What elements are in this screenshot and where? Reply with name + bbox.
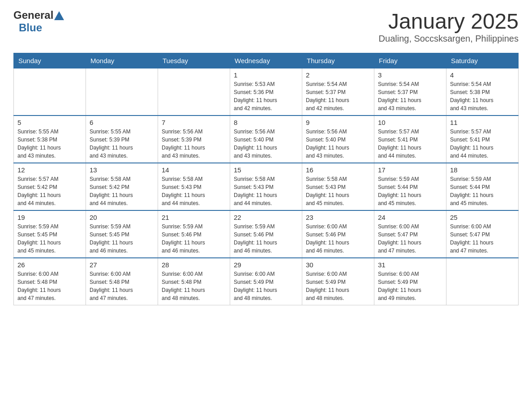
day-number: 16 — [306, 166, 370, 174]
day-number: 13 — [90, 166, 154, 174]
calendar-cell: 22Sunrise: 5:59 AMSunset: 5:46 PMDayligh… — [230, 210, 302, 258]
calendar-cell: 18Sunrise: 5:59 AMSunset: 5:44 PMDayligh… — [446, 163, 519, 210]
day-info: Sunrise: 6:00 AMSunset: 5:47 PMDaylight:… — [450, 223, 515, 255]
day-info: Sunrise: 5:59 AMSunset: 5:44 PMDaylight:… — [378, 175, 442, 207]
day-number: 25 — [450, 214, 515, 221]
calendar-cell: 16Sunrise: 5:58 AMSunset: 5:43 PMDayligh… — [302, 163, 374, 210]
day-number: 18 — [450, 166, 515, 174]
calendar-week-row: 1Sunrise: 5:53 AMSunset: 5:36 PMDaylight… — [14, 68, 519, 116]
day-info: Sunrise: 6:00 AMSunset: 5:49 PMDaylight:… — [306, 270, 370, 302]
day-info: Sunrise: 6:00 AMSunset: 5:49 PMDaylight:… — [378, 270, 442, 302]
calendar-cell: 4Sunrise: 5:54 AMSunset: 5:38 PMDaylight… — [446, 68, 519, 116]
day-number: 12 — [17, 166, 82, 174]
day-info: Sunrise: 6:00 AMSunset: 5:48 PMDaylight:… — [17, 270, 82, 302]
page-subtitle: Dualing, Soccsksargen, Philippines — [379, 34, 519, 44]
calendar-cell: 7Sunrise: 5:56 AMSunset: 5:39 PMDaylight… — [158, 116, 230, 163]
day-number: 9 — [306, 119, 370, 126]
calendar-cell: 1Sunrise: 5:53 AMSunset: 5:36 PMDaylight… — [230, 68, 302, 116]
day-number: 31 — [378, 261, 442, 269]
day-number: 26 — [17, 261, 82, 269]
calendar-cell: 15Sunrise: 5:58 AMSunset: 5:43 PMDayligh… — [230, 163, 302, 210]
calendar-cell: 28Sunrise: 6:00 AMSunset: 5:48 PMDayligh… — [158, 258, 230, 305]
calendar-header-tuesday: Tuesday — [158, 53, 230, 68]
calendar-cell: 17Sunrise: 5:59 AMSunset: 5:44 PMDayligh… — [374, 163, 446, 210]
calendar-header-friday: Friday — [374, 53, 446, 68]
calendar-cell — [86, 68, 158, 116]
day-info: Sunrise: 5:57 AMSunset: 5:41 PMDaylight:… — [378, 128, 442, 160]
day-number: 3 — [378, 71, 442, 79]
calendar-cell: 19Sunrise: 5:59 AMSunset: 5:45 PMDayligh… — [14, 210, 86, 258]
day-number: 29 — [234, 261, 298, 269]
header: General Blue January 2025 Dualing, Soccs… — [13, 9, 519, 44]
day-info: Sunrise: 5:57 AMSunset: 5:41 PMDaylight:… — [450, 128, 515, 160]
day-info: Sunrise: 5:59 AMSunset: 5:45 PMDaylight:… — [90, 223, 154, 255]
day-info: Sunrise: 5:54 AMSunset: 5:38 PMDaylight:… — [450, 80, 515, 112]
calendar-cell: 14Sunrise: 5:58 AMSunset: 5:43 PMDayligh… — [158, 163, 230, 210]
day-number: 28 — [162, 261, 226, 269]
svg-marker-0 — [54, 11, 64, 20]
calendar-cell: 2Sunrise: 5:54 AMSunset: 5:37 PMDaylight… — [302, 68, 374, 116]
day-info: Sunrise: 5:54 AMSunset: 5:37 PMDaylight:… — [306, 80, 370, 112]
calendar-cell: 8Sunrise: 5:56 AMSunset: 5:40 PMDaylight… — [230, 116, 302, 163]
calendar-cell: 13Sunrise: 5:58 AMSunset: 5:42 PMDayligh… — [86, 163, 158, 210]
calendar-cell: 30Sunrise: 6:00 AMSunset: 5:49 PMDayligh… — [302, 258, 374, 305]
day-info: Sunrise: 5:58 AMSunset: 5:43 PMDaylight:… — [162, 175, 226, 207]
calendar-cell: 29Sunrise: 6:00 AMSunset: 5:49 PMDayligh… — [230, 258, 302, 305]
day-number: 23 — [306, 214, 370, 221]
logo-blue-text: Blue — [19, 21, 42, 34]
calendar-cell — [446, 258, 519, 305]
calendar-header-wednesday: Wednesday — [230, 53, 302, 68]
day-number: 30 — [306, 261, 370, 269]
calendar-cell: 25Sunrise: 6:00 AMSunset: 5:47 PMDayligh… — [446, 210, 519, 258]
day-number: 4 — [450, 71, 515, 79]
day-info: Sunrise: 5:55 AMSunset: 5:39 PMDaylight:… — [90, 128, 154, 160]
calendar-week-row: 5Sunrise: 5:55 AMSunset: 5:38 PMDaylight… — [14, 116, 519, 163]
calendar-header-thursday: Thursday — [302, 53, 374, 68]
calendar-cell: 5Sunrise: 5:55 AMSunset: 5:38 PMDaylight… — [14, 116, 86, 163]
day-info: Sunrise: 5:54 AMSunset: 5:37 PMDaylight:… — [378, 80, 442, 112]
day-number: 24 — [378, 214, 442, 221]
calendar-cell: 9Sunrise: 5:56 AMSunset: 5:40 PMDaylight… — [302, 116, 374, 163]
day-number: 15 — [234, 166, 298, 174]
calendar-cell: 31Sunrise: 6:00 AMSunset: 5:49 PMDayligh… — [374, 258, 446, 305]
day-info: Sunrise: 6:00 AMSunset: 5:48 PMDaylight:… — [162, 270, 226, 302]
calendar-cell — [14, 68, 86, 116]
day-number: 7 — [162, 119, 226, 126]
calendar-cell: 20Sunrise: 5:59 AMSunset: 5:45 PMDayligh… — [86, 210, 158, 258]
day-info: Sunrise: 5:53 AMSunset: 5:36 PMDaylight:… — [234, 80, 298, 112]
day-info: Sunrise: 5:59 AMSunset: 5:46 PMDaylight:… — [234, 223, 298, 255]
day-info: Sunrise: 5:59 AMSunset: 5:45 PMDaylight:… — [17, 223, 82, 255]
day-number: 17 — [378, 166, 442, 174]
day-info: Sunrise: 5:58 AMSunset: 5:43 PMDaylight:… — [306, 175, 370, 207]
calendar-week-row: 19Sunrise: 5:59 AMSunset: 5:45 PMDayligh… — [14, 210, 519, 258]
day-info: Sunrise: 5:56 AMSunset: 5:40 PMDaylight:… — [234, 128, 298, 160]
calendar-header-sunday: Sunday — [14, 53, 86, 68]
calendar-cell: 3Sunrise: 5:54 AMSunset: 5:37 PMDaylight… — [374, 68, 446, 116]
day-info: Sunrise: 5:58 AMSunset: 5:42 PMDaylight:… — [90, 175, 154, 207]
calendar-cell: 11Sunrise: 5:57 AMSunset: 5:41 PMDayligh… — [446, 116, 519, 163]
day-number: 8 — [234, 119, 298, 126]
title-area: January 2025 Dualing, Soccsksargen, Phil… — [379, 9, 519, 44]
day-info: Sunrise: 5:59 AMSunset: 5:46 PMDaylight:… — [162, 223, 226, 255]
day-info: Sunrise: 5:56 AMSunset: 5:39 PMDaylight:… — [162, 128, 226, 160]
calendar-cell: 26Sunrise: 6:00 AMSunset: 5:48 PMDayligh… — [14, 258, 86, 305]
day-info: Sunrise: 6:00 AMSunset: 5:49 PMDaylight:… — [234, 270, 298, 302]
day-number: 5 — [17, 119, 82, 126]
logo-general-text: General — [13, 9, 53, 21]
day-info: Sunrise: 5:59 AMSunset: 5:44 PMDaylight:… — [450, 175, 515, 207]
day-info: Sunrise: 5:56 AMSunset: 5:40 PMDaylight:… — [306, 128, 370, 160]
day-number: 2 — [306, 71, 370, 79]
day-info: Sunrise: 6:00 AMSunset: 5:47 PMDaylight:… — [378, 223, 442, 255]
day-number: 11 — [450, 119, 515, 126]
logo: General Blue — [13, 9, 64, 34]
day-info: Sunrise: 5:58 AMSunset: 5:43 PMDaylight:… — [234, 175, 298, 207]
logo-triangle-icon — [54, 11, 64, 20]
calendar-cell — [158, 68, 230, 116]
day-info: Sunrise: 5:55 AMSunset: 5:38 PMDaylight:… — [17, 128, 82, 160]
day-number: 22 — [234, 214, 298, 221]
day-info: Sunrise: 5:57 AMSunset: 5:42 PMDaylight:… — [17, 175, 82, 207]
calendar-header-monday: Monday — [86, 53, 158, 68]
calendar-cell: 12Sunrise: 5:57 AMSunset: 5:42 PMDayligh… — [14, 163, 86, 210]
day-number: 20 — [90, 214, 154, 221]
calendar-header-saturday: Saturday — [446, 53, 519, 68]
